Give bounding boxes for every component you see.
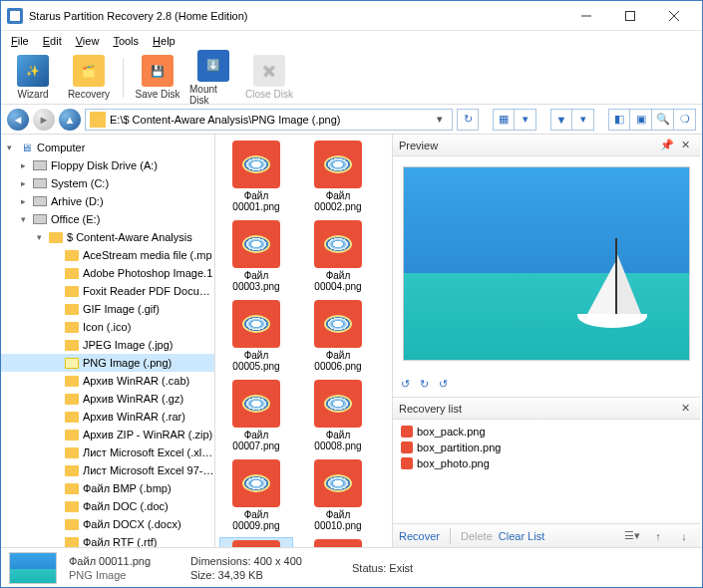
address-dropdown-icon[interactable]: ▾ (432, 113, 448, 126)
folder-tree[interactable]: ▾🖥Computer ▸Floppy Disk Drive (A:) ▸Syst… (1, 135, 215, 547)
file-item[interactable]: Файл 00007.png (219, 378, 293, 453)
file-item[interactable]: Файл 00011.png (219, 537, 293, 547)
maximize-button[interactable] (608, 2, 652, 30)
tree-item[interactable]: Лист Microsoft Excel 97-20 (1, 461, 214, 479)
folder-icon (65, 519, 79, 530)
file-item[interactable]: Файл 00003.png (219, 218, 293, 294)
menu-file[interactable]: File (5, 33, 35, 49)
close-disk-button[interactable]: ✖️ Close Disk (243, 53, 295, 102)
file-item[interactable]: Файл 00005.png (219, 298, 293, 374)
panel-button-2[interactable]: ▣ (630, 109, 652, 131)
menu-tools[interactable]: Tools (107, 33, 145, 49)
file-label: Файл 00007.png (221, 430, 291, 451)
file-item[interactable]: Файл 00008.png (301, 378, 375, 453)
file-item[interactable]: Файл 00010.png (301, 457, 375, 533)
menu-help[interactable]: Help (147, 33, 181, 49)
address-bar[interactable]: E:\$ Content-Aware Analysis\PNG Image (.… (85, 109, 453, 131)
close-button[interactable] (652, 2, 696, 30)
file-label: Файл 00006.png (303, 350, 373, 372)
recovery-list-item[interactable]: box_pack.png (401, 424, 692, 440)
tree-system[interactable]: ▸System (C:) (1, 174, 214, 192)
file-icon (401, 441, 413, 453)
file-icon (401, 457, 413, 469)
preview-title: Preview (399, 140, 658, 151)
tree-item[interactable]: Icon (.ico) (1, 318, 214, 336)
folder-icon (65, 250, 79, 261)
file-item[interactable]: Файл 00012.png (301, 537, 375, 547)
tree-item[interactable]: Файл BMP (.bmp) (1, 479, 214, 497)
image-file-icon (232, 220, 280, 268)
refresh-preview-button[interactable]: ↺ (439, 378, 448, 391)
tree-item[interactable]: AceStream media file (.mp (1, 246, 214, 264)
preview-close-icon[interactable]: ✕ (676, 139, 694, 151)
mount-disk-button[interactable]: ⬇️ Mount Disk (187, 48, 239, 108)
tree-item[interactable]: Архив WinRAR (.gz) (1, 390, 214, 408)
panel-button-1[interactable]: ◧ (608, 109, 630, 131)
file-item[interactable]: Файл 00002.png (301, 139, 375, 214)
rotate-right-button[interactable]: ↻ (420, 378, 429, 391)
tree-computer[interactable]: ▾🖥Computer (1, 139, 214, 156)
recover-button[interactable]: Recover (399, 530, 440, 542)
view-dropdown-button[interactable]: ▾ (515, 109, 536, 131)
view-large-button[interactable]: ▦ (493, 109, 515, 131)
recovery-list-header: Recovery list ✕ (393, 398, 700, 420)
tree-item[interactable]: Adobe Photoshop Image.1 (1, 264, 214, 282)
recovery-list-close-icon[interactable]: ✕ (676, 402, 694, 415)
delete-button[interactable]: Delete (461, 530, 493, 542)
status-filename: Файл 00011.png (69, 555, 178, 567)
file-item[interactable]: Файл 00009.png (219, 457, 293, 533)
rotate-left-button[interactable]: ↺ (401, 378, 410, 391)
tree-item[interactable]: Файл DOCX (.docx) (1, 515, 214, 533)
file-item[interactable]: Файл 00001.png (219, 139, 293, 214)
minimize-button[interactable] (564, 2, 608, 30)
save-disk-button[interactable]: 💾 Save Disk (132, 53, 183, 102)
file-item[interactable]: Файл 00006.png (301, 298, 375, 374)
folder-icon (49, 232, 63, 243)
wizard-button[interactable]: ✨ Wizard (7, 53, 59, 102)
recovery-button[interactable]: 🗂️ Recovery (63, 53, 115, 102)
status-bar: Файл 00011.png PNG Image Dimensions: 400… (1, 547, 702, 587)
clear-list-button[interactable]: Clear List (499, 530, 544, 542)
move-down-icon[interactable]: ↓ (674, 527, 694, 545)
options-button[interactable]: ❍ (674, 109, 696, 131)
tree-item[interactable]: Лист Microsoft Excel (.xlsx) (1, 443, 214, 461)
tree-item[interactable]: Архив WinRAR (.rar) (1, 408, 214, 426)
file-icon (401, 426, 413, 438)
nav-forward-button[interactable]: ► (33, 109, 55, 131)
refresh-button[interactable]: ↻ (457, 109, 479, 131)
tree-item[interactable]: Файл RTF (.rtf) (1, 533, 214, 547)
filter-dropdown-button[interactable]: ▾ (572, 109, 594, 131)
preview-pin-icon[interactable]: 📌 (658, 139, 676, 151)
search-button[interactable]: 🔍 (652, 109, 674, 131)
move-up-icon[interactable]: ↑ (648, 527, 668, 545)
right-panel: Preview 📌 ✕ ↺ ↻ ↺ Recovery list ✕ box_pa… (392, 135, 700, 547)
tree-floppy[interactable]: ▸Floppy Disk Drive (A:) (1, 156, 214, 174)
tree-item[interactable]: GIF Image (.gif) (1, 300, 214, 318)
nav-up-button[interactable]: ▲ (59, 109, 81, 131)
tree-item-png-selected[interactable]: PNG Image (.png) (1, 354, 214, 372)
file-label: Файл 00001.png (221, 190, 291, 212)
tree-item[interactable]: JPEG Image (.jpg) (1, 336, 214, 354)
preview-header: Preview 📌 ✕ (393, 135, 700, 156)
filter-button[interactable]: ▼ (550, 109, 572, 131)
tree-office[interactable]: ▾Office (E:) (1, 210, 214, 228)
tree-item[interactable]: Архив WinRAR (.cab) (1, 372, 214, 390)
recovery-list-item[interactable]: box_photo.png (401, 455, 692, 471)
floppy-icon (33, 160, 47, 170)
file-item[interactable]: Файл 00004.png (301, 218, 375, 294)
folder-icon (65, 430, 79, 441)
menu-view[interactable]: View (70, 33, 106, 49)
tree-content-analysis[interactable]: ▾$ Content-Aware Analysis (1, 228, 214, 246)
nav-back-button[interactable]: ◄ (7, 109, 29, 131)
tree-item[interactable]: Файл DOC (.doc) (1, 497, 214, 515)
tree-arhive[interactable]: ▸Arhive (D:) (1, 192, 214, 210)
tree-item[interactable]: Архив ZIP - WinRAR (.zip) (1, 426, 214, 443)
drive-icon (33, 214, 47, 224)
list-options-icon[interactable]: ☰▾ (622, 527, 642, 545)
recovery-list-item[interactable]: box_partition.png (401, 440, 692, 455)
tree-item[interactable]: Foxit Reader PDF Documen (1, 282, 214, 300)
recovery-list-items[interactable]: box_pack.png box_partition.png box_photo… (393, 420, 700, 523)
file-grid[interactable]: Файл 00001.pngФайл 00002.pngФайл 00003.p… (215, 135, 392, 547)
recovery-list-title: Recovery list (399, 403, 676, 415)
menu-edit[interactable]: Edit (37, 33, 68, 49)
